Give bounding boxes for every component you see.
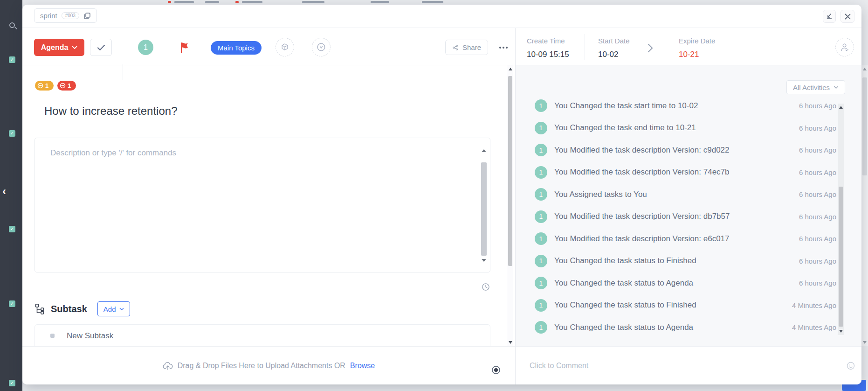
activity-row[interactable]: 1 You Modified the task description Vers… (516, 161, 837, 184)
add-version-button[interactable] (312, 38, 331, 56)
activity-timestamp: 6 hours Ago (799, 235, 836, 243)
comment-input[interactable]: Click to Comment (516, 346, 861, 384)
priority-badges: 1 1 (35, 81, 76, 91)
activity-row[interactable]: 1 You Changed the task end time to 10-21… (516, 117, 837, 140)
activity-avatar: 1 (535, 144, 547, 156)
activity-filter-dropdown[interactable]: All Activities (786, 80, 845, 94)
more-options-button[interactable] (494, 40, 513, 55)
activity-text: You Changed the task status to Agenda (554, 323, 693, 332)
activity-text: You Modified the task description Versio… (554, 146, 730, 155)
scroll-down-icon[interactable] (482, 259, 486, 262)
topic-tag[interactable]: Main Topics (211, 41, 262, 55)
subtask-item[interactable]: New Subtask (35, 325, 490, 347)
checkbox-icon[interactable]: ✓ (9, 56, 15, 63)
priority-badge[interactable]: 1 (57, 81, 76, 91)
activity-row[interactable]: 1 You Changed the task start time to 10-… (516, 99, 837, 117)
create-time-label: Create Time (527, 37, 565, 45)
scroll-down-icon[interactable] (863, 341, 867, 344)
activity-text: You Modified the task description Versio… (554, 234, 730, 244)
activity-avatar: 1 (535, 321, 547, 334)
activity-timestamp: 6 hours Ago (799, 102, 836, 110)
scrollbar-thumb[interactable] (481, 162, 487, 256)
close-button[interactable] (840, 10, 854, 23)
activity-timestamp: 6 hours Ago (799, 168, 836, 176)
attachment-dropzone[interactable]: Drag & Drop Files Here to Upload Attachm… (22, 346, 515, 384)
scroll-down-icon[interactable] (839, 330, 843, 333)
task-number-badge: #003 (62, 12, 79, 19)
activity-filter-label: All Activities (793, 84, 830, 91)
checkbox-icon[interactable]: ✓ (9, 380, 15, 386)
scroll-up-icon[interactable] (839, 106, 843, 109)
description-input[interactable]: Description or type '/' for commands (34, 138, 490, 272)
scroll-up-icon[interactable] (509, 68, 512, 70)
scroll-up-icon[interactable] (863, 68, 867, 70)
ellipsis-icon (499, 47, 501, 49)
radio-indicator-icon[interactable] (492, 366, 500, 374)
start-date-value[interactable]: 10-02 (598, 50, 618, 59)
window-scrollbar[interactable] (861, 65, 868, 346)
priority-flag-icon[interactable] (179, 42, 190, 54)
history-clock-icon[interactable] (481, 282, 490, 292)
activity-avatar: 1 (535, 166, 547, 179)
activity-text: You Changed the task status to Finished (554, 300, 696, 310)
board-fragment (371, 1, 389, 3)
export-button[interactable] (823, 10, 836, 23)
assignee-avatar[interactable]: 1 (138, 40, 153, 55)
browse-link[interactable]: Browse (350, 362, 375, 370)
activity-avatar: 1 (535, 255, 547, 267)
scrollbar-thumb[interactable] (839, 187, 843, 327)
activity-avatar: 1 (535, 232, 547, 245)
activity-row[interactable]: 1 You Changed the task status to Agenda … (516, 316, 837, 339)
activity-row[interactable]: 1 You Changed the task status to Finishe… (516, 250, 837, 272)
emoji-icon[interactable] (846, 361, 855, 370)
status-label: Agenda (41, 43, 69, 52)
expire-date-value[interactable]: 10-21 (679, 50, 699, 59)
description-scrollbar[interactable] (481, 149, 487, 262)
badge-count: 1 (45, 82, 48, 89)
minus-circle-icon (60, 83, 66, 89)
left-panel-scrollbar[interactable] (507, 65, 513, 346)
priority-badge[interactable]: 1 (35, 81, 54, 91)
activity-avatar: 1 (535, 122, 547, 134)
create-time-value: 10-09 15:15 (527, 50, 569, 59)
scrollbar-thumb[interactable] (862, 77, 867, 175)
activity-avatar: 1 (535, 299, 547, 312)
checkbox-icon[interactable]: ✓ (9, 130, 15, 137)
cube-icon (280, 42, 289, 52)
scroll-down-icon[interactable] (509, 341, 512, 344)
badge-count: 1 (68, 82, 71, 89)
copy-icon[interactable] (83, 12, 91, 20)
comment-placeholder: Click to Comment (530, 362, 588, 370)
board-fragment (242, 1, 262, 3)
activity-row[interactable]: 1 You Modified the task description Vers… (516, 206, 837, 228)
activity-row[interactable]: 1 You Modified the task description Vers… (516, 228, 837, 250)
scroll-up-icon[interactable] (482, 149, 486, 152)
activity-row[interactable]: 1 You Assigned tasks to You 6 hours Ago (516, 183, 837, 206)
complete-task-button[interactable] (90, 39, 112, 56)
sprint-tag[interactable]: sprint #003 (34, 8, 97, 23)
activity-row[interactable]: 1 You Modified the task description Vers… (516, 139, 837, 161)
status-dropdown-button[interactable]: Agenda (34, 39, 84, 56)
chevron-right-icon (647, 43, 654, 53)
search-icon[interactable] (9, 22, 15, 28)
subtask-section-header: Subtask Add (35, 301, 130, 316)
activity-text: You Modified the task description Versio… (554, 212, 730, 221)
share-button[interactable]: Share (445, 40, 488, 55)
activity-scrollbar[interactable] (838, 104, 844, 335)
checkbox-icon[interactable]: ✓ (9, 300, 15, 307)
activity-row[interactable]: 1 You Changed the task status to Finishe… (516, 294, 837, 317)
add-module-button[interactable] (276, 38, 294, 56)
subtask-bullet-icon (50, 334, 55, 338)
activity-timestamp: 4 Minutes Ago (792, 323, 836, 331)
add-assignee-button[interactable] (835, 38, 854, 56)
activity-viewport: 1 You Changed the task start time to 10-… (516, 99, 837, 346)
scrollbar-thumb[interactable] (508, 76, 512, 266)
description-placeholder: Description or type '/' for commands (50, 148, 176, 158)
background-sidebar: ✓ ✓ ‹ ✓ ✓ ✓ (0, 0, 22, 391)
checkbox-icon[interactable]: ✓ (9, 226, 15, 232)
task-title[interactable]: How to increase retention? (44, 105, 178, 118)
board-fragment (422, 1, 443, 3)
collapse-chevron-left-icon[interactable]: ‹ (2, 186, 6, 197)
activity-row[interactable]: 1 You Changed the task status to Agenda … (516, 272, 837, 294)
add-subtask-button[interactable]: Add (97, 301, 130, 316)
